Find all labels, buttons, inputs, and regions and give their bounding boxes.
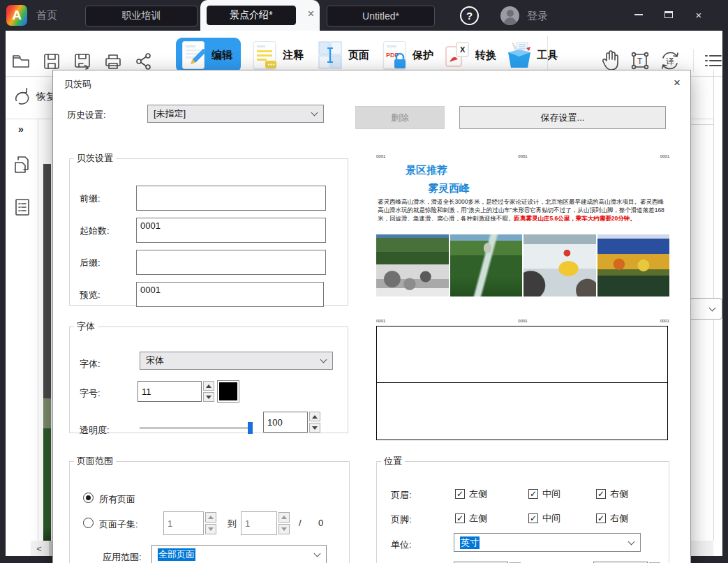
tab-close-icon[interactable]: × bbox=[308, 8, 314, 20]
ribbon-tab-convert-label: 转换 bbox=[475, 49, 496, 62]
tab-scenic-label[interactable]: 景点介绍* bbox=[207, 6, 296, 25]
spin-up-icon[interactable] bbox=[203, 381, 214, 391]
maximize-icon bbox=[664, 11, 673, 18]
preview-input[interactable] bbox=[136, 282, 324, 307]
all-pages-radio[interactable] bbox=[83, 493, 94, 503]
apply-range-select[interactable]: 全部页面 bbox=[151, 545, 327, 563]
header-left-label: 左侧 bbox=[469, 488, 487, 500]
spin-up-icon[interactable] bbox=[278, 512, 290, 523]
restore-icon[interactable] bbox=[13, 88, 31, 105]
footer-right-checkbox[interactable]: ✓ 右侧 bbox=[596, 512, 628, 525]
share-icon[interactable] bbox=[134, 52, 154, 71]
footer-left-checkbox[interactable]: ✓ 左侧 bbox=[455, 512, 487, 525]
spin-up-icon[interactable] bbox=[309, 412, 320, 421]
delete-button[interactable]: 删除 bbox=[355, 106, 445, 129]
zoom-combo-fragment[interactable] bbox=[688, 298, 722, 320]
opacity-slider[interactable] bbox=[140, 427, 251, 429]
tab-untitled[interactable]: Untitled* bbox=[327, 6, 435, 27]
history-settings-select[interactable]: [未指定] bbox=[147, 105, 324, 123]
position-group: 位置 页眉: ✓ 左侧 ✓ 中间 ✓ 右侧 页脚: ✓ 左侧 ✓ 中间 ✓ 右侧… bbox=[376, 455, 669, 563]
dialog-close-icon[interactable]: × bbox=[669, 75, 685, 91]
spin-up-icon[interactable] bbox=[205, 512, 216, 523]
header-right-checkbox[interactable]: ✓ 右侧 bbox=[596, 488, 628, 500]
font-color-picker[interactable] bbox=[217, 380, 239, 403]
translate-tool-icon[interactable]: 译 bbox=[659, 50, 681, 72]
unit-label: 单位: bbox=[391, 539, 412, 551]
list-menu-icon[interactable] bbox=[703, 51, 724, 70]
font-size-spinner[interactable] bbox=[203, 381, 214, 402]
unit-select[interactable]: 英寸 bbox=[454, 533, 641, 552]
opacity-slider-handle[interactable] bbox=[248, 422, 253, 434]
ribbon-tab-edit[interactable]: 编辑 bbox=[176, 38, 241, 73]
check-icon: ✓ bbox=[528, 513, 538, 523]
ribbon-tab-tools[interactable]: 工具 bbox=[505, 38, 558, 73]
avatar-body bbox=[504, 17, 517, 25]
subset-from-spinner[interactable] bbox=[205, 512, 216, 534]
tools-divider bbox=[693, 49, 694, 73]
page-subset-label: 页面子集: bbox=[99, 518, 138, 531]
subset-to-input[interactable] bbox=[241, 511, 277, 535]
print-icon[interactable] bbox=[103, 52, 123, 71]
ribbon-tab-convert[interactable]: X 转换 bbox=[444, 38, 496, 73]
tab-training[interactable]: 职业培训 bbox=[85, 6, 198, 27]
spin-down-icon[interactable] bbox=[205, 524, 216, 534]
scroll-left-button[interactable]: < bbox=[31, 541, 47, 556]
spin-down-icon[interactable] bbox=[203, 392, 214, 402]
ribbon-tab-page[interactable]: 页面 bbox=[317, 38, 369, 73]
font-family-select[interactable]: 宋体 bbox=[140, 352, 333, 370]
save-icon[interactable] bbox=[42, 52, 61, 71]
bates-preview-page: 0001 0001 0001 景区推荐 雾灵西峰 雾灵西峰高山滑水，滑道全长30… bbox=[376, 154, 669, 302]
tab-scenic-active[interactable]: 景点介绍* × bbox=[200, 0, 320, 31]
font-size-input[interactable] bbox=[138, 381, 202, 402]
subset-from-input[interactable] bbox=[163, 511, 204, 535]
ribbon-tab-comment[interactable]: 注释 bbox=[251, 38, 304, 73]
photo-mountain-valley bbox=[450, 234, 523, 296]
spin-down-icon[interactable] bbox=[278, 524, 290, 534]
opacity-spinner[interactable] bbox=[309, 412, 320, 433]
footer-center-checkbox[interactable]: ✓ 中间 bbox=[528, 512, 560, 525]
app-logo-icon[interactable]: A bbox=[6, 5, 27, 26]
chevron-down-icon bbox=[709, 305, 716, 312]
spin-down-icon[interactable] bbox=[309, 423, 320, 433]
convert-icon: X bbox=[444, 40, 470, 70]
open-file-icon[interactable] bbox=[11, 52, 31, 71]
chevron-down-icon bbox=[628, 538, 635, 545]
titlebar: A 首页 职业培训 景点介绍* × Untitled* ? 登录 × bbox=[0, 0, 728, 31]
tools-icon bbox=[505, 40, 532, 70]
layout-preview-divider bbox=[377, 382, 667, 383]
header-label: 页眉: bbox=[391, 489, 412, 502]
opacity-input[interactable] bbox=[263, 412, 308, 433]
save-as-icon[interactable] bbox=[73, 52, 92, 71]
protect-icon: PDF bbox=[381, 40, 408, 70]
ribbon-tab-protect[interactable]: PDF 保护 bbox=[381, 38, 433, 73]
photo-rafting bbox=[523, 234, 596, 296]
preview-body-highlight: 距离雾灵山庄5.6公里，乘车大约需要20分钟。 bbox=[514, 215, 636, 222]
page-subset-radio[interactable] bbox=[83, 518, 94, 528]
header-left-checkbox[interactable]: ✓ 左侧 bbox=[455, 488, 487, 500]
text-select-tool-icon[interactable]: T bbox=[630, 51, 650, 70]
expand-panel-icon[interactable]: » bbox=[18, 123, 24, 135]
bookmarks-icon[interactable] bbox=[13, 197, 31, 217]
minimize-button[interactable] bbox=[627, 7, 651, 22]
close-window-button[interactable]: × bbox=[687, 7, 711, 22]
header-center-checkbox[interactable]: ✓ 中间 bbox=[528, 488, 560, 500]
page-range-group: 页面范围 所有页面 页面子集: 到 / 0 应用范围: 全部页面 bbox=[69, 455, 350, 563]
ribbon-tab-edit-label: 编辑 bbox=[211, 49, 232, 62]
page-thumbnails-icon[interactable] bbox=[13, 154, 32, 175]
position-legend: 位置 bbox=[381, 455, 405, 467]
login-button[interactable]: 登录 bbox=[527, 10, 548, 23]
avatar[interactable] bbox=[500, 6, 519, 25]
save-settings-button[interactable]: 保存设置... bbox=[459, 106, 666, 129]
help-icon[interactable]: ? bbox=[460, 6, 479, 25]
home-button[interactable]: 首页 bbox=[36, 9, 57, 22]
preview-label: 预览: bbox=[80, 289, 101, 301]
apply-range-value: 全部页面 bbox=[158, 548, 195, 561]
start-number-input[interactable] bbox=[136, 218, 326, 243]
suffix-input[interactable] bbox=[136, 250, 326, 275]
preview-heading-2: 雾灵西峰 bbox=[428, 182, 470, 195]
prefix-input[interactable] bbox=[136, 186, 326, 211]
maximize-button[interactable] bbox=[657, 7, 681, 22]
hand-tool-icon[interactable] bbox=[600, 50, 621, 72]
subset-to-spinner[interactable] bbox=[278, 512, 290, 534]
layout-preview-box bbox=[376, 326, 668, 440]
